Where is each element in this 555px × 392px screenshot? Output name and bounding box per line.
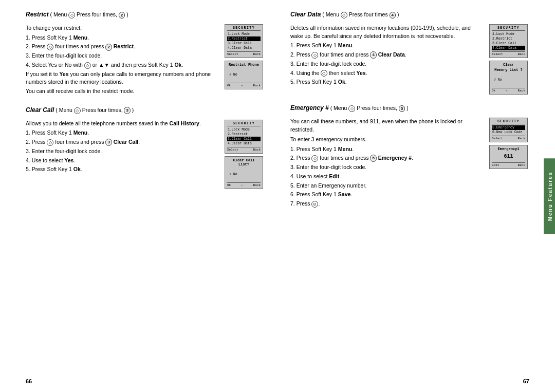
- right-page-number: 67: [523, 378, 529, 384]
- clear-data-step-1: 1. Press Soft Key 1 Menu.: [290, 42, 484, 50]
- emergency-step-list: 1. Press Soft Key 1 Menu. 2. Press ◇ fou…: [290, 145, 484, 208]
- emergency-step-7: 7. Press ⊙.: [290, 200, 484, 208]
- emergency-content: You can call these numbers, and 911, eve…: [290, 118, 529, 209]
- clear-call-intro: Allows you to delete all the telephone n…: [26, 120, 219, 128]
- restrict-step-4b: If you set it to Yes you can only place …: [26, 70, 219, 87]
- clear-data-step-list: 1. Press Soft Key 1 Menu. 2. Press ◇ fou…: [290, 42, 484, 86]
- right-column: Clear Data ( Menu ◇ Press four times 4 )…: [290, 10, 529, 374]
- clear-call-screen1-row1: 1.Lock Mode: [227, 127, 261, 132]
- restrict-screen2-row3: [227, 77, 261, 82]
- emergency-screen1-row1: 5.Emergency: [492, 125, 525, 130]
- restrict-step-4c: You can still receive calls in the restr…: [26, 87, 219, 96]
- restrict-intro: To change your restrict.: [26, 24, 219, 32]
- clear-data-screen1-row1: 1.Lock Mode: [492, 32, 525, 36]
- section-clear-call: Clear Call ( Menu ◇ Press four times, 3 …: [26, 106, 265, 189]
- page-container: Restrict ( Menu ◇ Press four times, 2 ) …: [0, 0, 555, 392]
- clear-data-screen2-title2: Memory List ?: [492, 68, 525, 72]
- restrict-screen2-row2: √ No: [227, 72, 261, 77]
- clear-call-title: Clear Call ( Menu ◇ Press four times, 3 …: [26, 106, 265, 115]
- restrict-screen2-footer: Ok÷Back: [227, 83, 261, 87]
- restrict-screen2: Restrict Phone √ No Ok÷Back: [225, 61, 263, 89]
- restrict-screen1-row4: 4.Clear Data: [227, 46, 261, 50]
- clear-data-screen1-header: SECURITY: [492, 26, 525, 31]
- emergency-step-6: 6. Press Soft Key 1 Save.: [290, 191, 484, 199]
- sidebar-tab: Menu Features: [544, 158, 555, 234]
- clear-data-screen2-row2: √ No: [492, 78, 525, 82]
- clear-call-screen2-footer: Ok÷Back: [227, 182, 261, 187]
- emergency-title: Emergency # ( Menu ◇ Press four times, 5…: [290, 104, 529, 113]
- clear-call-step-1: 1. Press Soft Key 1 Menu.: [26, 129, 219, 137]
- clear-data-screen2-footer: Ok÷Back: [492, 88, 525, 92]
- emergency-screen2: Emergency1 611 EditBack: [489, 145, 528, 169]
- clear-call-content: Allows you to delete all the telephone n…: [26, 120, 265, 190]
- emergency-step-2: 2. Press ◇ four times and press 5 Emerge…: [290, 154, 484, 162]
- clear-data-content: Deletes all information saved in memory …: [290, 24, 529, 95]
- clear-call-step-2: 2. Press ◇ four times and press 3 Clear …: [26, 138, 219, 146]
- clear-data-step-2: 2. Press ◇ four times and press 4 Clear …: [290, 51, 484, 59]
- clear-data-screen1-row4: 4.Clear Data: [492, 46, 525, 50]
- restrict-title: Restrict ( Menu ◇ Press four times, 2 ): [26, 10, 265, 19]
- restrict-step-1: 1. Press Soft Key 1 Menu.: [26, 34, 219, 42]
- emergency-step-3: 3. Enter the four-digit lock code.: [290, 163, 484, 172]
- restrict-screen1: SECURITY 1.Lock Mode 2.Restrict 3.Clear …: [225, 24, 263, 58]
- section-restrict: Restrict ( Menu ◇ Press four times, 2 ) …: [26, 10, 265, 97]
- content-wrapper: Restrict ( Menu ◇ Press four times, 2 ) …: [0, 0, 555, 392]
- clear-data-intro: Deletes all information saved in memory …: [290, 24, 484, 41]
- clear-data-step-5: 5. Press Soft Key 1 Ok.: [290, 78, 484, 86]
- columns-area: Restrict ( Menu ◇ Press four times, 2 ) …: [0, 0, 555, 374]
- emergency-screen2-footer: EditBack: [492, 162, 525, 167]
- emergency-intro2: To enter 3 emergency numbers.: [290, 136, 484, 144]
- clear-data-screens: SECURITY 1.Lock Mode 2.Restrict 3.Clear …: [489, 24, 529, 95]
- clear-data-screen2-row3: [492, 82, 525, 87]
- restrict-step-4: 4. Select Yes or No with ◇ or ▲▼ and the…: [26, 61, 219, 69]
- restrict-step-3: 3. Enter the four-digit lock code.: [26, 52, 219, 60]
- restrict-screen1-row1: 1.Lock Mode: [227, 32, 261, 36]
- clear-data-step-4: 4. Using the ◇ then select Yes.: [290, 69, 484, 78]
- restrict-screen2-title: Restrict Phone: [227, 63, 261, 67]
- clear-data-screen1: SECURITY 1.Lock Mode 2.Restrict 3.Clear …: [489, 24, 528, 58]
- clear-call-screen2-row2: √ No: [227, 172, 261, 177]
- clear-call-screen2-title: Clear Call List?: [227, 158, 261, 166]
- restrict-content: To change your restrict. 1. Press Soft K…: [26, 24, 265, 97]
- emergency-intro1: You can call these numbers, and 911, eve…: [290, 118, 484, 134]
- clear-call-screen2: Clear Call List? √ No Ok÷Back: [225, 156, 263, 189]
- clear-call-screens: SECURITY 1.Lock Mode 2.Restrict 3.Clear …: [225, 120, 265, 190]
- restrict-screen1-row2: 2.Restrict: [227, 36, 261, 41]
- restrict-step-2: 2. Press ◇ four times and press 2 Restri…: [26, 43, 219, 51]
- clear-data-steps: Deletes all information saved in memory …: [290, 24, 484, 95]
- clear-data-screen1-row2: 2.Restrict: [492, 36, 525, 41]
- emergency-step-1: 1. Press Soft Key 1 Menu.: [290, 145, 484, 154]
- clear-data-title: Clear Data ( Menu ◇ Press four times 4 ): [290, 10, 529, 19]
- clear-call-screen1-row2: 2.Restrict: [227, 132, 261, 137]
- clear-call-screen1: SECURITY 1.Lock Mode 2.Restrict 3.Clear …: [225, 120, 263, 154]
- clear-call-screen2-row1: [227, 167, 261, 172]
- clear-call-step-4: 4. Use to select Yes.: [26, 157, 219, 165]
- clear-data-screen2-row1: [492, 73, 525, 78]
- emergency-step-5: 5. Enter an Emergency number.: [290, 182, 484, 190]
- clear-call-screen1-footer: SelectBack: [227, 147, 261, 152]
- restrict-screen1-footer: SelectBack: [227, 51, 261, 56]
- clear-data-screen1-row3: 3.Clear Call: [492, 41, 525, 46]
- section-clear-data: Clear Data ( Menu ◇ Press four times 4 )…: [290, 10, 529, 95]
- emergency-screen1-header: SECURITY: [492, 120, 525, 124]
- left-page-number: 66: [26, 378, 32, 384]
- restrict-screens: SECURITY 1.Lock Mode 2.Restrict 3.Clear …: [225, 24, 265, 97]
- clear-data-screen1-footer: SelectBack: [492, 51, 525, 56]
- clear-data-screen2-title: Clear: [492, 63, 525, 67]
- clear-call-screen1-header: SECURITY: [227, 122, 261, 126]
- page-footer: 66 67: [0, 374, 555, 392]
- restrict-screen2-row1: [227, 68, 261, 72]
- emergency-steps: You can call these numbers, and 911, eve…: [290, 118, 484, 209]
- emergency-screen1-row2: 6.New Lock Code: [492, 130, 525, 135]
- restrict-screen1-header: SECURITY: [227, 26, 261, 31]
- restrict-steps: To change your restrict. 1. Press Soft K…: [26, 24, 219, 97]
- clear-call-steps: Allows you to delete all the telephone n…: [26, 120, 219, 190]
- emergency-screen1: SECURITY 5.Emergency 6.New Lock Code Sel…: [489, 118, 528, 142]
- emergency-screen2-title: Emergency1: [492, 147, 525, 151]
- clear-call-step-5: 5. Press Soft Key 1 Ok.: [26, 165, 219, 174]
- emergency-screen1-footer: SelectBack: [492, 136, 525, 140]
- clear-call-screen1-row4: 4.Clear Data: [227, 141, 261, 146]
- emergency-screen2-number: 611: [492, 152, 525, 161]
- restrict-screen1-row3: 3.Clear Call: [227, 41, 261, 46]
- restrict-step-list: 1. Press Soft Key 1 Menu. 2. Press ◇ fou…: [26, 34, 219, 96]
